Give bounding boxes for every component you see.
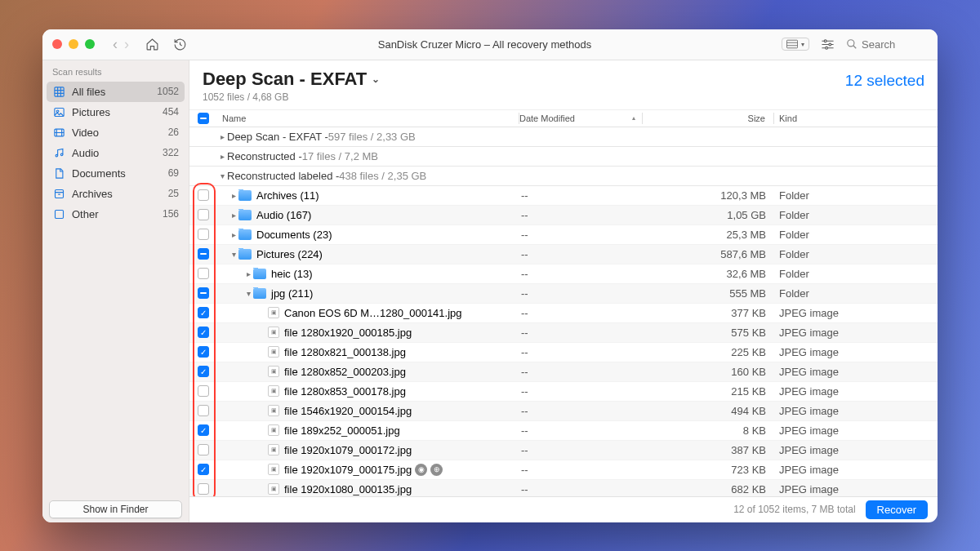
- zoom-window-button[interactable]: [85, 39, 95, 49]
- nav-back-button[interactable]: ‹: [109, 36, 121, 53]
- row-checkbox[interactable]: ✓: [198, 464, 209, 475]
- column-date-header[interactable]: Date Modified ▴: [519, 113, 642, 123]
- page-title[interactable]: Deep Scan - EXFAT ⌄: [203, 69, 924, 90]
- row-name: heic (13): [271, 268, 313, 280]
- row-kind: JPEG image: [774, 464, 938, 476]
- disclosure-triangle-icon[interactable]: ▸: [229, 211, 238, 220]
- folder-row[interactable]: ▾Pictures (224) -- 587,6 MB Folder: [189, 245, 938, 264]
- file-row[interactable]: ✓ ▣file 189x252_000051.jpg -- 8 KB JPEG …: [189, 421, 938, 441]
- sidebar-item-audio[interactable]: Audio 322: [42, 143, 189, 163]
- folder-row[interactable]: ▾jpg (211) -- 555 MB Folder: [189, 284, 938, 304]
- row-name: Pictures (224): [256, 248, 323, 260]
- history-icon[interactable]: [172, 38, 188, 51]
- show-in-finder-button[interactable]: Show in Finder: [49, 500, 182, 518]
- row-kind: JPEG image: [774, 366, 938, 378]
- svg-point-9: [848, 40, 854, 47]
- disclosure-triangle-icon[interactable]: ▾: [217, 171, 227, 180]
- sidebar-item-video[interactable]: Video 26: [42, 122, 189, 143]
- svg-rect-11: [54, 87, 63, 96]
- disclosure-triangle-icon[interactable]: ▸: [243, 269, 253, 278]
- image-file-icon: ▣: [268, 424, 279, 436]
- file-table[interactable]: ▸Deep Scan - EXFAT - 597 files / 2,33 GB…: [189, 127, 938, 496]
- row-checkbox[interactable]: [198, 248, 209, 260]
- row-checkbox[interactable]: [198, 189, 209, 201]
- disclosure-triangle-icon[interactable]: ▸: [229, 230, 238, 239]
- sidebar-item-documents[interactable]: Documents 69: [42, 163, 189, 184]
- chevron-down-icon: ⌄: [372, 73, 380, 85]
- group-row[interactable]: ▸Deep Scan - EXFAT - 597 files / 2,33 GB: [189, 127, 938, 147]
- preview-badge-icon[interactable]: ◉: [415, 464, 427, 476]
- search-field[interactable]: [846, 38, 928, 51]
- row-checkbox[interactable]: [198, 229, 209, 240]
- disclosure-triangle-icon[interactable]: ▸: [217, 152, 227, 161]
- row-size: 25,3 MB: [644, 229, 774, 241]
- file-row[interactable]: ✓ ▣Canon EOS 6D M…1280_000141.jpg -- 377…: [189, 304, 938, 323]
- recover-button[interactable]: Recover: [866, 500, 928, 519]
- row-checkbox[interactable]: [198, 405, 209, 416]
- column-kind-header[interactable]: Kind: [774, 113, 938, 123]
- row-kind: Folder: [774, 209, 938, 221]
- row-name: file 1280x852_000203.jpg: [284, 366, 406, 378]
- nav-forward-button[interactable]: ›: [121, 36, 132, 53]
- group-row[interactable]: ▾Reconstructed labeled - 438 files / 2,3…: [189, 167, 938, 186]
- file-row[interactable]: ▣file 1920x1080_000135.jpg -- 682 KB JPE…: [189, 480, 938, 496]
- row-checkbox[interactable]: ✓: [198, 346, 209, 358]
- svg-point-6: [829, 43, 831, 46]
- folder-row[interactable]: ▸Audio (167) -- 1,05 GB Folder: [189, 206, 938, 225]
- sidebar-item-other[interactable]: Other 156: [42, 204, 189, 224]
- disclosure-triangle-icon[interactable]: ▸: [217, 132, 227, 141]
- row-size: 225 KB: [644, 346, 774, 358]
- file-row[interactable]: ▣file 1546x1920_000154.jpg -- 494 KB JPE…: [189, 402, 938, 421]
- row-checkbox[interactable]: ✓: [198, 307, 209, 318]
- minimize-window-button[interactable]: [69, 39, 78, 49]
- disclosure-triangle-icon[interactable]: ▾: [229, 250, 238, 259]
- column-size-header[interactable]: Size: [643, 113, 773, 123]
- group-row[interactable]: ▸Reconstructed - 17 files / 7,2 MB: [189, 147, 938, 167]
- row-size: 1,05 GB: [644, 209, 774, 221]
- row-checkbox[interactable]: [198, 385, 209, 397]
- row-checkbox[interactable]: [198, 444, 209, 455]
- select-all-checkbox[interactable]: [198, 113, 209, 124]
- window-title: SanDisk Cruzer Micro – All recovery meth…: [188, 38, 782, 51]
- row-checkbox[interactable]: [198, 209, 209, 220]
- file-row[interactable]: ✓ ▣file 1280x852_000203.jpg -- 160 KB JP…: [189, 362, 938, 382]
- disclosure-triangle-icon[interactable]: ▾: [243, 289, 253, 298]
- view-mode-dropdown[interactable]: ▾: [782, 38, 809, 51]
- svg-point-22: [56, 154, 58, 157]
- row-checkbox[interactable]: [198, 287, 209, 299]
- info-badge-icon[interactable]: ⊕: [430, 464, 443, 476]
- sidebar-item-count: 26: [168, 127, 179, 138]
- file-row[interactable]: ▣file 1280x853_000178.jpg -- 215 KB JPEG…: [189, 382, 938, 402]
- row-checkbox[interactable]: ✓: [198, 424, 209, 436]
- column-name-header[interactable]: Name: [217, 113, 519, 123]
- home-icon[interactable]: [144, 38, 160, 51]
- disclosure-triangle-icon[interactable]: ▸: [229, 191, 238, 200]
- search-input[interactable]: [862, 38, 927, 51]
- sidebar-item-label: All files: [72, 86, 157, 98]
- file-row[interactable]: ✓ ▣file 1280x1920_000185.jpg -- 575 KB J…: [189, 323, 938, 343]
- sidebar-item-all-files[interactable]: All files 1052: [47, 82, 185, 102]
- file-row[interactable]: ▣file 1920x1079_000172.jpg -- 387 KB JPE…: [189, 441, 938, 460]
- sidebar-item-archives[interactable]: Archives 25: [42, 184, 189, 204]
- row-name: file 1280x821_000138.jpg: [284, 346, 406, 358]
- file-row[interactable]: ✓ ▣file 1280x821_000138.jpg -- 225 KB JP…: [189, 343, 938, 362]
- page-subtitle: 1052 files / 4,68 GB: [203, 91, 924, 103]
- folder-row[interactable]: ▸Archives (11) -- 120,3 MB Folder: [189, 186, 938, 206]
- picture-icon: [52, 105, 65, 118]
- row-checkbox[interactable]: ✓: [198, 327, 209, 338]
- sidebar-item-pictures[interactable]: Pictures 454: [42, 102, 189, 122]
- folder-row[interactable]: ▸heic (13) -- 32,6 MB Folder: [189, 264, 938, 284]
- close-window-button[interactable]: [52, 39, 62, 49]
- sidebar-item-label: Archives: [72, 188, 168, 200]
- row-checkbox[interactable]: ✓: [198, 366, 209, 377]
- row-kind: JPEG image: [774, 483, 938, 495]
- row-checkbox[interactable]: [198, 483, 209, 495]
- folder-row[interactable]: ▸Documents (23) -- 25,3 MB Folder: [189, 225, 938, 245]
- document-icon: [52, 167, 65, 180]
- row-checkbox[interactable]: [198, 268, 209, 279]
- sidebar-item-label: Documents: [72, 167, 168, 180]
- sidebar-item-count: 454: [163, 106, 179, 118]
- settings-icon[interactable]: [821, 38, 835, 51]
- row-size: 377 KB: [644, 307, 774, 319]
- file-row[interactable]: ✓ ▣file 1920x1079_000175.jpg◉⊕ -- 723 KB…: [189, 460, 938, 480]
